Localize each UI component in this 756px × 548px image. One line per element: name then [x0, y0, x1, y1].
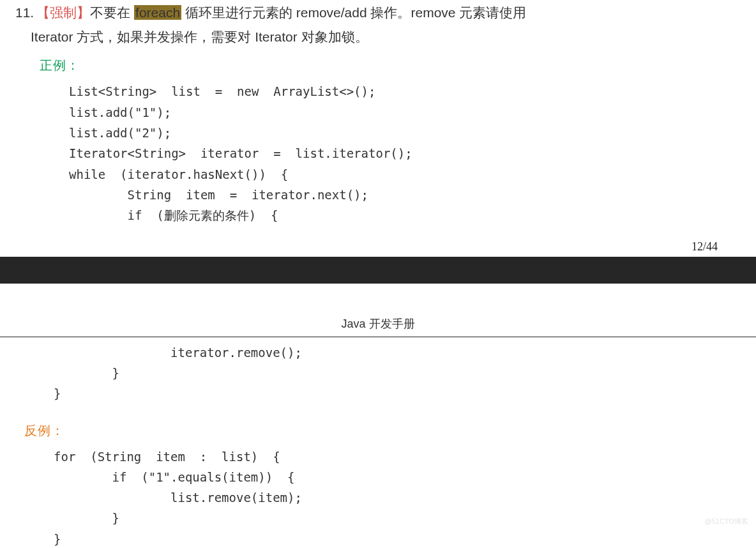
- positive-code-top: List<String> list = new ArrayList<>(); l…: [69, 81, 741, 225]
- watermark: @51CTO博客: [705, 515, 748, 528]
- rule-number: 11.: [15, 1, 34, 24]
- rule-text-line1: 【强制】不要在 foreach 循环里进行元素的 remove/add 操作。r…: [36, 1, 526, 24]
- positive-code-bottom: iterator.remove(); } }: [54, 342, 756, 404]
- negative-code: for (String item : list) { if ("1".equal…: [54, 446, 756, 548]
- page-header-title: Java 开发手册: [0, 314, 756, 334]
- rule-header: 11. 【强制】不要在 foreach 循环里进行元素的 remove/add …: [15, 1, 741, 24]
- positive-example-label: 正例：: [40, 54, 741, 76]
- negative-example-label: 反例：: [24, 420, 756, 441]
- header-rule: [0, 337, 756, 337]
- rule-text-after: 循环里进行元素的 remove/add 操作。remove 元素请使用: [181, 5, 526, 20]
- page-2-content: Java 开发手册 iterator.remove(); } } 反例： for…: [0, 314, 756, 548]
- page-separator-band: [0, 257, 756, 284]
- rule-text-before: 不要在: [90, 5, 134, 20]
- highlight-foreach: foreach: [134, 5, 181, 20]
- page-number: 12/44: [0, 237, 756, 257]
- spacer: [0, 404, 756, 420]
- mandatory-tag: 【强制】: [36, 5, 90, 20]
- page-1-content: 11. 【强制】不要在 foreach 循环里进行元素的 remove/add …: [0, 0, 756, 232]
- rule-text-line2: Iterator 方式，如果并发操作，需要对 Iterator 对象加锁。: [31, 26, 741, 49]
